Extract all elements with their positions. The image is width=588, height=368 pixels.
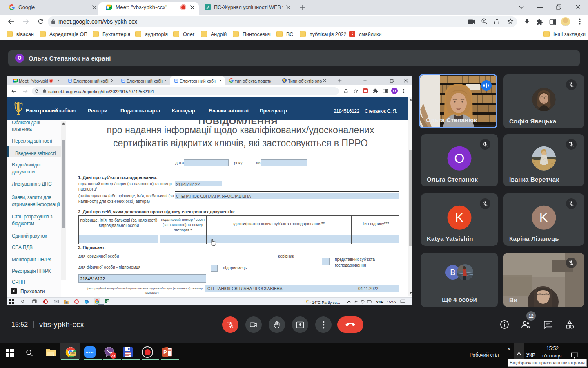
- svg-text:P: P: [163, 349, 167, 355]
